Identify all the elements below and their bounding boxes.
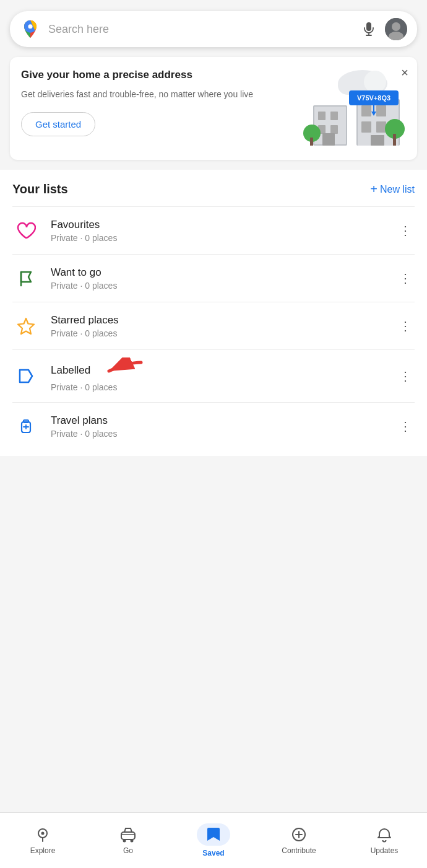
want-to-go-meta: Private · 0 places	[51, 281, 385, 291]
favourites-meta: Private · 0 places	[51, 233, 385, 243]
list-item-travel-plans[interactable]: Travel plans Private · 0 places ⋮	[12, 402, 415, 450]
want-to-go-info: Want to go Private · 0 places	[51, 266, 385, 291]
want-to-go-more-button[interactable]: ⋮	[396, 269, 415, 287]
svg-marker-30	[18, 318, 34, 334]
new-list-label: New list	[380, 184, 415, 195]
svg-rect-20	[371, 135, 384, 146]
contribute-icon	[290, 826, 308, 843]
travel-plans-meta: Private · 0 places	[51, 429, 385, 439]
svg-rect-9	[318, 112, 326, 120]
svg-rect-24	[393, 134, 396, 146]
banner-illustration: V75V+8Q3	[301, 68, 406, 149]
nav-item-updates[interactable]: Updates	[342, 813, 427, 868]
avatar[interactable]	[385, 18, 407, 40]
svg-rect-13	[322, 133, 335, 146]
banner-title: Give your home a precise address	[21, 68, 295, 82]
svg-rect-12	[330, 125, 338, 134]
svg-rect-16	[361, 105, 371, 116]
starred-places-name: Starred places	[51, 314, 385, 327]
svg-point-40	[131, 840, 134, 843]
saved-pill	[197, 823, 230, 846]
go-icon	[119, 826, 137, 843]
labelled-meta: Private · 0 places	[51, 382, 385, 392]
svg-rect-17	[376, 105, 386, 116]
explore-icon	[34, 826, 51, 843]
nav-item-contribute[interactable]: Contribute	[256, 813, 342, 868]
travel-plans-more-button[interactable]: ⋮	[396, 417, 415, 436]
svg-rect-18	[361, 121, 371, 133]
nav-item-go[interactable]: Go	[85, 813, 171, 868]
favourites-more-button[interactable]: ⋮	[396, 221, 415, 240]
svg-rect-38	[121, 832, 135, 840]
banner-close-button[interactable]: ×	[401, 66, 408, 80]
svg-text:V75V+8Q3: V75V+8Q3	[357, 94, 390, 102]
address-banner: Give your home a precise address Get del…	[10, 57, 417, 160]
labelled-more-button[interactable]: ⋮	[396, 367, 415, 385]
svg-point-39	[123, 840, 126, 843]
updates-icon	[376, 826, 393, 843]
travel-plans-name: Travel plans	[51, 414, 385, 427]
favourites-info: Favourites Private · 0 places	[51, 219, 385, 243]
new-list-button[interactable]: + New list	[370, 182, 415, 196]
svg-rect-22	[310, 138, 313, 146]
bottom-navigation: Explore Go Saved	[0, 812, 427, 868]
travel-plans-info: Travel plans Private · 0 places	[51, 414, 385, 439]
starred-places-meta: Private · 0 places	[51, 328, 385, 338]
go-label: Go	[123, 846, 133, 855]
lists-heading: Your lists	[12, 182, 68, 196]
search-input[interactable]: Search here	[48, 23, 353, 36]
contribute-label: Contribute	[282, 846, 316, 855]
labelled-icon	[12, 362, 40, 390]
labelled-name: Labelled	[51, 364, 90, 377]
svg-point-0	[28, 24, 32, 28]
nav-item-explore[interactable]: Explore	[0, 813, 85, 868]
list-item-starred-places[interactable]: Starred places Private · 0 places ⋮	[12, 302, 415, 349]
favourites-name: Favourites	[51, 219, 385, 231]
new-list-plus-icon: +	[370, 182, 377, 196]
microphone-icon[interactable]	[360, 20, 377, 38]
svg-point-2	[392, 22, 400, 31]
travel-plans-icon	[12, 413, 40, 440]
search-bar[interactable]: Search here	[10, 11, 417, 47]
lists-section: Your lists + New list Favourites Private…	[0, 170, 427, 456]
list-item-labelled[interactable]: Labelled Private · 0 places ⋮	[12, 349, 415, 402]
list-item-want-to-go[interactable]: Want to go Private · 0 places ⋮	[12, 254, 415, 302]
get-started-button[interactable]: Get started	[21, 112, 95, 136]
banner-content: Give your home a precise address Get del…	[21, 68, 301, 149]
maps-logo-icon	[20, 19, 41, 40]
list-item-favourites[interactable]: Favourites Private · 0 places ⋮	[12, 206, 415, 254]
address-illustration: V75V+8Q3	[301, 68, 406, 149]
favourites-icon	[12, 217, 40, 244]
saved-label: Saved	[202, 849, 224, 857]
starred-places-info: Starred places Private · 0 places	[51, 314, 385, 338]
want-to-go-icon	[12, 265, 40, 292]
svg-rect-19	[376, 121, 386, 133]
labelled-info: Labelled Private · 0 places	[51, 360, 385, 392]
svg-point-6	[364, 71, 386, 93]
nav-item-saved[interactable]: Saved	[171, 813, 256, 868]
updates-label: Updates	[371, 846, 399, 855]
svg-rect-10	[330, 112, 338, 120]
starred-places-more-button[interactable]: ⋮	[396, 317, 415, 335]
want-to-go-name: Want to go	[51, 266, 385, 279]
labelled-arrow-annotation	[97, 357, 146, 382]
explore-label: Explore	[30, 846, 56, 855]
lists-header: Your lists + New list	[12, 182, 415, 196]
svg-point-37	[41, 832, 45, 835]
banner-description: Get deliveries fast and trouble-free, no…	[21, 88, 295, 101]
starred-places-icon	[12, 312, 40, 340]
